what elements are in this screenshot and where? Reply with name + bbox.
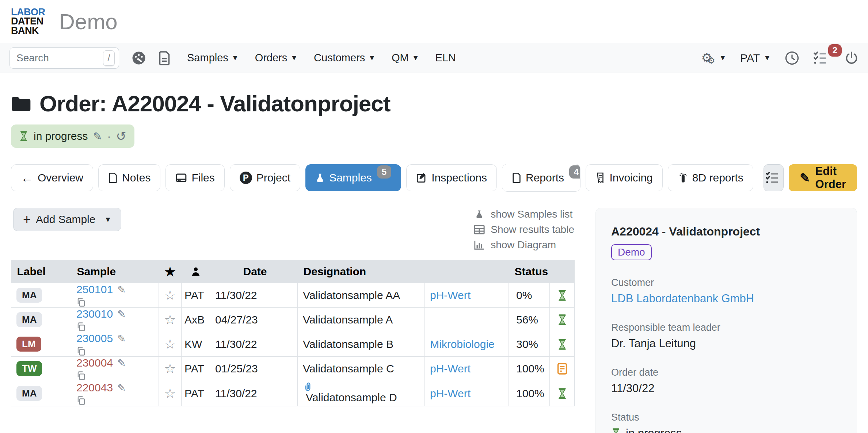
hourglass-icon (611, 428, 621, 433)
paperclip-icon[interactable] (303, 381, 425, 391)
settings-menu[interactable]: ⚙⚙ ▼ (701, 50, 727, 66)
analysis-link[interactable]: pH-Wert (430, 387, 471, 399)
edit-sample-icon[interactable]: ✎ (117, 309, 126, 320)
nav-menu-samples[interactable]: Samples▼ (187, 52, 239, 64)
show-results-table-link[interactable]: Show results table (473, 224, 574, 235)
col-header-status-icon (550, 260, 575, 283)
col-header-sample[interactable]: Sample (71, 260, 159, 283)
edit-order-label: Edit Order (815, 165, 846, 191)
nav-menu-customers[interactable]: Customers▼ (314, 52, 376, 64)
designation-cell: Validatonsample C (298, 356, 425, 381)
list-view-toggle-button[interactable] (764, 164, 784, 191)
nav-menu-eln[interactable]: ELN (435, 52, 456, 64)
menu-label: QM (392, 52, 409, 64)
tab-label: Project (256, 172, 290, 184)
user-initials-cell: KW (182, 332, 210, 356)
copy-icon[interactable] (76, 297, 159, 307)
sample-link[interactable]: 230010 (76, 308, 113, 320)
analysis-link[interactable]: pH-Wert (430, 363, 471, 375)
table-row: MA 230010✎ ☆ AxB 04/27/23 Validatonsampl… (11, 307, 575, 332)
tab-label: Notes (122, 172, 151, 184)
edit-order-button[interactable]: ✎ Edit Order (789, 164, 857, 191)
pencil-square-icon (416, 172, 427, 184)
show-samples-list-link[interactable]: show Samples list (473, 208, 574, 220)
add-sample-button[interactable]: + Add Sample ▼ (13, 208, 121, 231)
nav-menu-orders[interactable]: Orders▼ (255, 52, 298, 64)
edit-status-icon[interactable]: ✎ (93, 130, 102, 143)
edit-sample-icon[interactable]: ✎ (117, 333, 126, 344)
col-header-label[interactable]: Label (11, 260, 71, 283)
analysis-link[interactable]: pH-Wert (430, 289, 471, 301)
table-icon (473, 225, 486, 235)
hourglass-icon (550, 387, 574, 400)
logo-line: BANK (11, 26, 45, 36)
sample-link[interactable]: 230004 (76, 357, 113, 369)
hourglass-icon (550, 338, 574, 350)
tab-files[interactable]: Files (165, 164, 224, 191)
status-value: in progress (626, 427, 682, 433)
favorite-star-icon[interactable]: ☆ (164, 361, 176, 376)
tab-overview[interactable]: ← Overview (11, 164, 93, 191)
tab-invoicing[interactable]: Invoicing (586, 164, 662, 191)
dashboard-icon[interactable] (132, 51, 146, 65)
order-tab-bar: ← Overview Notes Files P Project Samples… (11, 164, 857, 192)
tab-notes[interactable]: Notes (98, 164, 160, 191)
tab-reports[interactable]: Reports 4 (502, 164, 580, 191)
plus-icon: + (23, 212, 31, 227)
search-input[interactable] (9, 47, 119, 69)
user-menu[interactable]: PAT ▼ (740, 52, 771, 64)
view-link-label: show Samples list (491, 208, 572, 220)
file-icon (512, 172, 521, 184)
favorite-star-icon[interactable]: ☆ (164, 337, 176, 352)
date-cell: 11/30/22 (210, 332, 298, 356)
favorite-star-icon[interactable]: ☆ (164, 288, 176, 303)
copy-icon[interactable] (76, 322, 159, 332)
tab-project[interactable]: P Project (230, 164, 300, 191)
reports-tab-group: Reports 4 + (502, 164, 580, 192)
date-cell: 11/30/22 (210, 283, 298, 307)
task-list-icon[interactable]: 2 (813, 51, 831, 65)
page-title: Order: A220024 - Validatonproject (39, 91, 390, 116)
table-row: LM 230005✎ ☆ KW 11/30/22 Validatonsample… (11, 332, 575, 356)
show-diagram-link[interactable]: show Diagram (473, 239, 574, 251)
col-header-status[interactable]: Status (509, 260, 550, 283)
chevron-down-icon: ▼ (764, 54, 771, 62)
copy-icon[interactable] (76, 371, 159, 381)
tab-label: Samples (329, 172, 372, 184)
order-date-value: 11/30/22 (611, 382, 841, 395)
edit-sample-icon[interactable]: ✎ (117, 284, 126, 295)
customer-label: Customer (611, 277, 841, 288)
sample-link[interactable]: 250101 (76, 283, 113, 295)
document-icon[interactable] (158, 51, 171, 65)
col-header-user[interactable] (182, 260, 210, 283)
table-row: MA 220043✎ ☆ PAT 11/30/22 Validatonsampl… (11, 381, 575, 406)
edit-sample-icon[interactable]: ✎ (117, 382, 126, 394)
history-icon[interactable]: ↺ (116, 129, 127, 143)
order-summary-title: A220024 - Validatonproject (611, 225, 841, 238)
favorite-star-icon[interactable]: ☆ (164, 386, 176, 401)
menu-label: Samples (187, 52, 228, 64)
dot-separator: · (107, 130, 111, 142)
col-header-designation[interactable]: Designation (298, 260, 425, 283)
copy-icon[interactable] (76, 395, 159, 406)
logout-icon[interactable] (845, 51, 859, 65)
customer-link[interactable]: LDB Labordatenbank GmbH (611, 292, 841, 305)
tab-samples[interactable]: Samples 5 (305, 164, 401, 191)
copy-icon[interactable] (76, 346, 159, 356)
tab-inspections[interactable]: Inspections (406, 164, 497, 191)
col-header-date[interactable]: Date (210, 260, 298, 283)
logo-line: DATEN (11, 17, 45, 26)
app-logo[interactable]: LABOR DATEN BANK (11, 8, 45, 36)
sample-link[interactable]: 220043 (76, 382, 113, 394)
tab-label: Files (191, 172, 214, 184)
nav-menu-qm[interactable]: QM▼ (392, 52, 419, 64)
clock-icon[interactable] (785, 51, 799, 65)
col-header-favorite[interactable]: ★ (159, 260, 182, 283)
edit-sample-icon[interactable]: ✎ (117, 357, 126, 369)
sample-link[interactable]: 230005 (76, 332, 113, 344)
tab-8d-reports[interactable]: 8D reports (668, 164, 753, 191)
tab-label: 8D reports (692, 172, 743, 184)
favorite-star-icon[interactable]: ☆ (164, 312, 176, 327)
analysis-link[interactable]: Mikrobiologie (430, 338, 495, 350)
chevron-down-icon: ▼ (290, 54, 298, 62)
